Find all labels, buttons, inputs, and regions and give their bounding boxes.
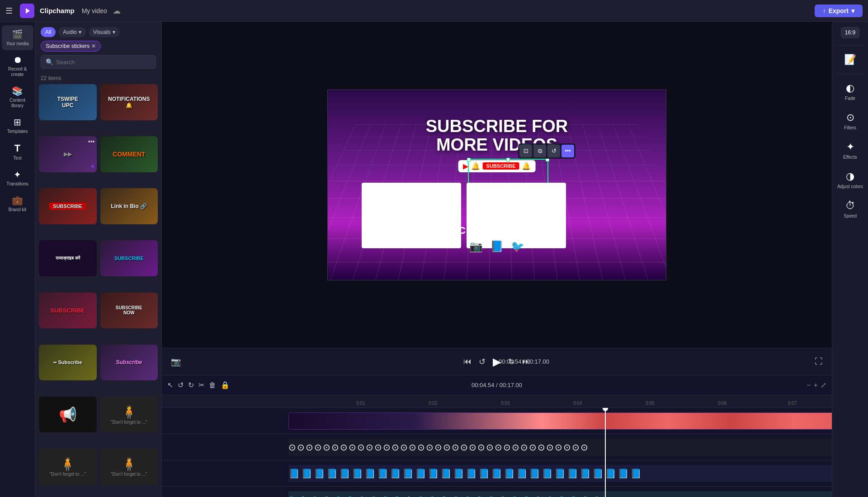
sticker-item[interactable]: COMMENT [100,136,158,172]
items-count: 22 items [35,75,161,84]
cut-button[interactable]: ✂ [198,381,204,389]
record-create-icon: ⏺ [13,55,22,65]
export-icon: ↑ [823,7,826,14]
filters-icon: ⊙ [846,112,854,123]
sidebar-label-templates: Templates [7,129,28,134]
undo-button[interactable]: ↺ [178,381,184,389]
crop-tool-button[interactable]: ⊡ [519,145,532,157]
hamburger-icon[interactable]: ☰ [5,6,13,16]
sidebar-label-brand-kit: Brand kit [9,207,26,213]
fade-icon: ◐ [846,82,854,94]
adjust-colors-icon: ◑ [846,170,854,182]
video-title[interactable]: My video [82,7,107,14]
sticker-text: COMMENT [111,149,147,160]
timeline-zoom-controls: − + ⤢ [807,381,826,389]
sticker-item[interactable]: SUBSCRIBE [100,240,158,276]
filters-panel-item[interactable]: ⊙ Filters [834,107,867,135]
sticker-item[interactable]: 🧍 "Don't forget to ..." [100,397,158,433]
sidebar-item-templates[interactable]: ⊞ Templates [2,113,33,138]
zoom-in-button[interactable]: + [814,381,818,389]
sidebar-item-record-create[interactable]: ⏺ Record & create [2,51,33,81]
playhead[interactable] [605,408,606,497]
sticker-item[interactable]: 🧍 "Don't forget to ..." [100,449,158,485]
your-media-icon: 🎬 [12,29,23,40]
filter-visuals-button[interactable]: Visuals ▾ [89,27,119,37]
speed-panel-item[interactable]: ⏱ Speed [834,195,867,223]
templates-icon: ⊞ [14,117,21,128]
instagram-sticker-row: ⊙⊙⊙⊙⊙⊙⊙⊙⊙⊙⊙⊙⊙⊙⊙⊙⊙⊙⊙⊙⊙⊙⊙⊙⊙⊙⊙⊙⊙⊙⊙⊙⊙⊙⊙ [288,439,832,456]
text-icon: T [14,142,20,154]
sidebar-item-your-media[interactable]: 🎬 Your media [2,25,33,50]
sidebar-item-transitions[interactable]: ✦ Transitions [2,166,33,190]
redo-button[interactable]: ↻ [188,381,194,389]
adjust-colors-panel-item[interactable]: ◑ Adjust colors [834,166,867,194]
sticker-item[interactable]: 📢 [39,397,97,433]
rewind-button[interactable]: ↺ [479,357,486,367]
ruler-0:07: 0:07 [788,401,797,406]
sticker-item[interactable]: 🧍 "Don't forget to ..." [39,449,97,485]
center-area: SUBSCRIBE FOR MORE VIDEOS ▶ 🔔 SUBSCRIBE … [162,22,832,497]
sticker-item[interactable]: SUBSCRIBENOW [100,293,158,329]
bell-icon-small2: 🔔 [522,162,531,170]
lock-button[interactable]: 🔒 [221,381,230,389]
panel-header: All Audio ▾ Visuals ▾ Subscribe stickers… [35,22,161,75]
loop-tool-button[interactable]: ↺ [547,145,560,157]
preview-toolbar: ⊡ ⧉ ↺ ••• [518,143,576,159]
skip-back-button[interactable]: ⏮ [463,357,472,366]
tag-close-icon[interactable]: ✕ [91,43,96,49]
sticker-item[interactable]: ••• + ▶▶ Add to timeline [39,136,97,172]
filter-all-button[interactable]: All [41,27,56,37]
sidebar-label-record-create: Record & create [4,66,32,77]
select-tool-button[interactable]: ↖ [167,381,173,389]
sticker-label: "Don't forget to ..." [111,472,147,477]
sidebar-label-text: Text [13,156,21,161]
sidebar-item-brand-kit[interactable]: 💼 Brand kit [2,191,33,216]
sticker-item[interactable]: SUBSCRIBE [39,293,97,329]
sticker-item[interactable]: सब्सक्राइब करें [39,240,97,276]
sticker-text: NOTIFICATIONS🔔 [106,94,151,110]
filter-audio-button[interactable]: Audio ▾ [58,27,86,37]
search-input[interactable] [56,59,151,66]
fade-label: Fade [845,96,855,101]
delete-button[interactable]: 🗑 [209,381,216,389]
more-tool-button[interactable]: ••• [561,145,574,157]
sidebar-item-content-library[interactable]: 📚 Content library [2,82,33,112]
pip-tool-button[interactable]: ⧉ [533,145,546,157]
sticker-item[interactable]: Subscribe [100,345,158,381]
visuals-chevron-icon: ▾ [113,29,115,35]
captions-panel-item[interactable]: 📝 [834,49,867,70]
preview-canvas: SUBSCRIBE FOR MORE VIDEOS ▶ 🔔 SUBSCRIBE … [327,90,666,280]
camera-button[interactable]: 📷 [171,357,181,367]
sidebar-label-content-library: Content library [4,98,32,109]
sticker-label: "Don't forget to ..." [49,472,86,477]
sticker-item[interactable]: Link in Bio 🔗 [100,188,158,224]
fullscreen-button[interactable]: ⛶ [815,357,823,366]
sticker-icon: 📢 [59,406,77,423]
video-track-bar[interactable] [288,412,832,430]
video-track [162,408,832,434]
aspect-ratio-button[interactable]: 16:9 [841,27,859,38]
sticker-icon: 🧍 [121,457,137,472]
sticker-item[interactable]: NOTIFICATIONS🔔 [100,84,158,120]
fade-panel-item[interactable]: ◐ Fade [834,78,867,105]
app-name: Clipchamp [40,7,75,14]
timeline-tracks: ⊙⊙⊙⊙⊙⊙⊙⊙⊙⊙⊙⊙⊙⊙⊙⊙⊙⊙⊙⊙⊙⊙⊙⊙⊙⊙⊙⊙⊙⊙⊙⊙⊙⊙⊙ 📘📘📘📘… [162,408,832,497]
search-icon: 🔍 [46,58,53,66]
content-library-icon: 📚 [12,85,23,96]
export-button[interactable]: ↑ Export ▾ [815,5,863,17]
sticker-label: "Don't forget to ..." [111,420,147,425]
zoom-out-button[interactable]: − [807,381,811,389]
sticker-add-icon[interactable]: + [90,162,94,170]
sticker-menu-icon[interactable]: ••• [88,138,95,145]
ruler-0:03: 0:03 [501,401,509,406]
sticker-item[interactable]: TSWIPEUPC [39,84,97,120]
twitter-icon: 🐦 [511,240,524,253]
sidebar-item-text[interactable]: T Text [2,139,33,165]
content-panel: All Audio ▾ Visuals ▾ Subscribe stickers… [35,22,162,497]
sticker-icon: 🧍 [60,457,75,472]
sticker-item[interactable]: •• Subscribe [39,345,97,381]
fit-zoom-button[interactable]: ⤢ [821,381,826,389]
track-content-instagram: ⊙⊙⊙⊙⊙⊙⊙⊙⊙⊙⊙⊙⊙⊙⊙⊙⊙⊙⊙⊙⊙⊙⊙⊙⊙⊙⊙⊙⊙⊙⊙⊙⊙⊙⊙ [288,434,832,460]
sticker-item[interactable]: SUBSCRIBE [39,188,97,224]
effects-panel-item[interactable]: ✦ Effects [834,137,867,164]
